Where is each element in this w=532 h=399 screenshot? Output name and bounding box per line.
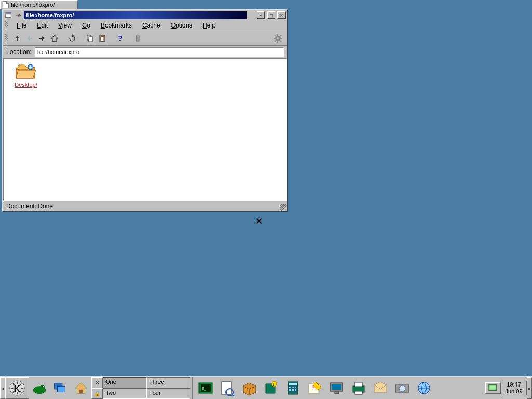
svg-point-31 [43,386,44,387]
svg-rect-54 [335,392,339,394]
app-calculator-icon[interactable] [283,378,303,398]
k-menu-button[interactable]: K [5,377,29,399]
app-network-icon[interactable] [414,378,434,398]
close-button[interactable]: ✕ [277,11,286,19]
pager-desktop-one[interactable]: One [103,377,147,388]
pager-lock-icon[interactable]: 🔒 [91,388,103,399]
svg-point-30 [40,385,45,389]
panel: ◂ K ✕ 🔒 One Three Two Four [0,376,532,399]
svg-point-60 [402,388,403,390]
svg-rect-50 [295,389,296,391]
svg-point-9 [277,37,279,39]
pager-close-icon[interactable]: ✕ [91,377,103,388]
menubar-handle[interactable] [5,21,8,30]
svg-line-16 [275,41,276,42]
menu-go[interactable]: Go [77,20,96,31]
svg-text:?: ? [118,34,123,43]
menu-options[interactable]: Options [166,20,197,31]
svg-line-40 [232,395,235,396]
status-text: Document: Done [6,203,53,210]
svg-rect-44 [289,383,297,385]
reload-button[interactable] [66,33,78,44]
app-cdrom-icon[interactable] [392,378,412,398]
panel-clock[interactable]: 19:47 Jun 09 [501,381,527,395]
location-label: Location: [6,48,32,56]
taskbar-tab-label: file:/home/foxpro/ [11,2,55,8]
pager-desktop-four[interactable]: Four [147,388,190,399]
svg-rect-5 [101,37,104,41]
svg-rect-33 [57,386,65,392]
svg-text:!: ! [273,382,274,387]
menu-bookmarks[interactable]: Bookmarks [96,20,137,31]
svg-rect-57 [355,391,362,394]
menu-view[interactable]: View [53,20,77,31]
statusbar: Document: Done [3,201,287,211]
stop-button[interactable] [132,33,143,44]
clock-time: 19:47 [501,381,526,388]
svg-text:$_: $_ [202,386,206,391]
pin-icon[interactable] [15,11,22,19]
menu-help[interactable]: Help [197,20,221,31]
taskbar-tab[interactable]: file:/home/foxpro/ [0,0,78,9]
launcher-home-icon[interactable] [71,377,91,399]
svg-rect-53 [332,384,341,390]
window-title: file:/home/foxpro/ [24,11,247,19]
menubar: File Edit View Go Bookmarks Cache Option… [3,20,287,31]
svg-rect-46 [292,387,294,388]
svg-rect-7 [136,36,139,41]
cursor-icon: ✕ [255,216,263,227]
clock-date: Jun 09 [501,388,526,395]
menu-cache[interactable]: Cache [137,20,166,31]
app-help-book-icon[interactable]: ! [261,378,281,398]
menu-edit[interactable]: Edit [32,20,53,31]
pager: ✕ 🔒 One Three Two Four [91,377,190,399]
titlebar[interactable]: file:/home/foxpro/ • □ ✕ [3,10,287,20]
folder-open-icon [15,63,37,81]
app-mail-icon[interactable] [370,378,390,398]
file-listing[interactable]: Desktop/ [3,58,287,201]
quick-launch-tray: $_ ! [192,377,485,399]
svg-rect-48 [289,389,291,391]
app-printer-icon[interactable] [349,378,368,398]
folder-item-desktop[interactable]: Desktop/ [8,63,44,88]
launcher-windows-list-icon[interactable] [50,377,71,399]
app-editor-icon[interactable] [305,378,325,398]
svg-line-15 [280,41,281,42]
maximize-button[interactable]: □ [267,11,275,19]
app-display-settings-icon[interactable] [327,378,347,398]
help-icon[interactable]: ? [114,33,126,44]
menu-file[interactable]: File [11,20,32,31]
pager-desktop-two[interactable]: Two [103,388,147,399]
forward-button[interactable] [36,33,48,44]
location-input[interactable] [35,47,284,57]
svg-rect-1 [6,13,11,15]
window-app-icon[interactable] [4,11,12,19]
back-button[interactable] [24,33,35,44]
systray-icon[interactable] [485,382,501,394]
svg-text:K: K [14,384,20,394]
copy-button[interactable] [84,33,96,44]
svg-rect-49 [292,389,294,391]
svg-rect-56 [355,382,362,387]
throbber-gear-icon [272,33,284,44]
svg-rect-3 [89,37,92,42]
resize-grip[interactable] [280,204,287,211]
file-manager-window: file:/home/foxpro/ • □ ✕ File Edit View … [2,9,288,212]
up-button[interactable] [11,33,23,44]
svg-rect-63 [490,385,496,389]
launcher-suse-icon[interactable] [29,377,50,399]
panel-hide-left[interactable]: ◂ [0,377,5,399]
app-control-center-icon[interactable] [218,378,237,398]
toolbar-handle[interactable] [5,34,8,43]
app-terminal-icon[interactable]: $_ [196,378,216,398]
home-button[interactable] [49,33,60,44]
minimize-button[interactable]: • [257,11,265,19]
folder-item-label: Desktop/ [8,82,44,88]
panel-hide-right[interactable]: ▸ [527,377,532,399]
app-package-icon[interactable] [240,378,259,398]
svg-line-14 [275,35,276,36]
paste-button[interactable] [97,33,108,44]
location-bar: Location: [3,46,287,58]
pager-desktop-three[interactable]: Three [147,377,190,388]
svg-rect-45 [289,387,291,388]
